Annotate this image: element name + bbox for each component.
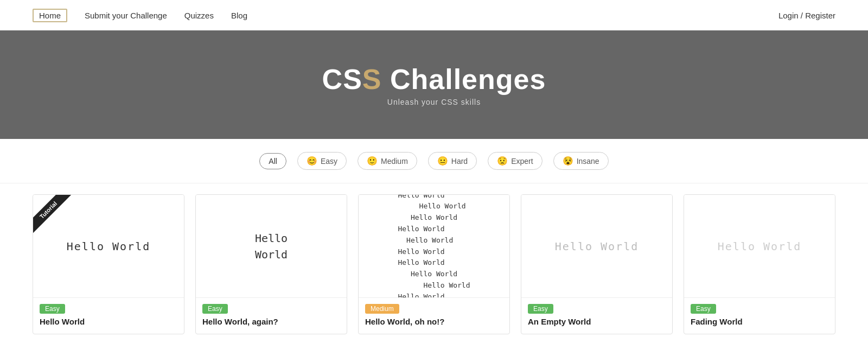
card-1-badge: Easy [40, 304, 65, 314]
card-2[interactable]: HelloWorld Easy Hello World, again? [195, 194, 347, 334]
filter-hard-label: Hard [451, 157, 468, 166]
card-1-preview-text: Hello World [67, 240, 150, 253]
card-5-preview: Hello World [684, 195, 835, 298]
card-5[interactable]: Hello World Easy Fading World [684, 194, 835, 334]
card-1-preview: Tutorial Hello World [33, 195, 184, 298]
card-5-title: Fading World [691, 317, 828, 326]
card-4-badge: Easy [528, 304, 553, 314]
filter-easy[interactable]: 😊 Easy [297, 152, 347, 170]
navbar: Home Submit your Challenge Quizzes Blog … [0, 0, 868, 30]
nav-blog[interactable]: Blog [231, 11, 247, 20]
filter-insane-label: Insane [577, 157, 599, 166]
tutorial-ribbon: Tutorial [33, 195, 76, 238]
nav-home[interactable]: Home [33, 9, 67, 22]
card-3[interactable]: Hello World Hello World Hello World Hell… [358, 194, 510, 334]
nav-left: Home Submit your Challenge Quizzes Blog [33, 9, 778, 22]
card-4-info: Easy An Empty World [521, 298, 672, 334]
hero-tagline: Unleash your CSS skills [387, 98, 481, 106]
card-3-info: Medium Hello World, oh no!? [359, 298, 509, 334]
filter-medium-label: Medium [381, 157, 408, 166]
card-5-badge: Easy [691, 304, 716, 314]
filter-insane[interactable]: 😵 Insane [553, 152, 609, 170]
tutorial-ribbon-label: Tutorial [33, 195, 71, 233]
cards-grid: Tutorial Hello World Easy Hello World He… [33, 194, 835, 334]
filter-all[interactable]: All [259, 153, 286, 169]
filter-expert[interactable]: 😟 Expert [488, 152, 542, 170]
card-3-title: Hello World, oh no!? [365, 317, 503, 326]
card-3-preview: Hello World Hello World Hello World Hell… [359, 195, 509, 298]
card-2-badge: Easy [202, 304, 228, 314]
hero-logo-challenges: Challenges [382, 63, 546, 95]
card-2-preview: HelloWorld [196, 195, 347, 298]
card-2-title: Hello World, again? [202, 317, 340, 326]
filter-expert-label: Expert [511, 157, 533, 166]
card-2-info: Easy Hello World, again? [196, 298, 347, 334]
filter-bar: All 😊 Easy 🙂 Medium 😐 Hard 😟 Expert 😵 In… [0, 139, 868, 183]
hero-section: CSS Challenges Unleash your CSS skills [0, 30, 868, 139]
hero-logo-cs: CS [322, 63, 362, 95]
card-4-preview-text: Hello World [555, 240, 639, 253]
filter-hard[interactable]: 😐 Hard [428, 152, 477, 170]
filter-easy-label: Easy [321, 157, 337, 166]
nav-login[interactable]: Login / Register [778, 11, 835, 20]
expert-icon: 😟 [497, 156, 508, 166]
easy-icon: 😊 [307, 156, 317, 166]
card-5-preview-text: Hello World [718, 240, 801, 253]
hard-icon: 😐 [437, 156, 448, 166]
medium-icon: 🙂 [367, 156, 378, 166]
nav-submit[interactable]: Submit your Challenge [85, 11, 167, 20]
insane-icon: 😵 [563, 156, 573, 166]
cards-section: Tutorial Hello World Easy Hello World He… [0, 183, 868, 343]
card-4-preview: Hello World [521, 195, 672, 298]
hero-logo-s: S [362, 63, 382, 95]
card-4-title: An Empty World [528, 317, 666, 326]
card-1-title: Hello World [40, 317, 177, 326]
card-4[interactable]: Hello World Easy An Empty World [521, 194, 673, 334]
card-3-badge: Medium [365, 304, 399, 314]
card-3-preview-text: Hello World Hello World Hello World Hell… [392, 195, 475, 298]
filter-medium[interactable]: 🙂 Medium [358, 152, 417, 170]
card-2-preview-text: HelloWorld [255, 230, 288, 263]
card-1[interactable]: Tutorial Hello World Easy Hello World [33, 194, 184, 334]
card-1-info: Easy Hello World [33, 298, 184, 334]
hero-logo: CSS Challenges [322, 63, 546, 96]
nav-quizzes[interactable]: Quizzes [184, 11, 214, 20]
card-5-info: Easy Fading World [684, 298, 835, 334]
